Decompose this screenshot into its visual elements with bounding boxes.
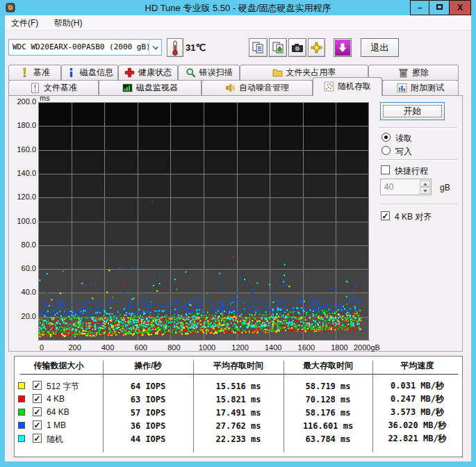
short-stroke-value: 40 bbox=[384, 182, 393, 192]
series-color-chip bbox=[18, 422, 25, 429]
series-checkbox[interactable] bbox=[33, 434, 42, 443]
y-tick-label: 120.0 bbox=[8, 192, 36, 201]
copy-text-button[interactable] bbox=[249, 38, 268, 57]
disk-monitor-icon bbox=[122, 83, 133, 93]
options-icon bbox=[311, 42, 322, 54]
tab-file-benchmark[interactable]: 文件基准 bbox=[8, 80, 99, 96]
error-scan-icon bbox=[186, 67, 196, 78]
drive-select[interactable]: WDC WD20EARX-00PASB0 (2000 gB) bbox=[8, 39, 162, 56]
tab-disk-monitor[interactable]: 磁盘监视器 bbox=[99, 80, 202, 96]
drive-select-value: WDC WD20EARX-00PASB0 (2000 gB) bbox=[13, 42, 151, 51]
y-tick-label: 40.0 bbox=[8, 288, 36, 296]
chevron-down-icon[interactable] bbox=[149, 40, 161, 55]
copy-image-icon bbox=[272, 42, 284, 54]
maximize-icon bbox=[436, 4, 443, 10]
series-checkbox[interactable] bbox=[33, 407, 42, 416]
series-label: 512 字节 bbox=[47, 381, 79, 393]
series-checkbox[interactable] bbox=[33, 381, 42, 390]
title-bar: HD Tune 专业版 5.50 - 硬盘/固态硬盘实用程序 bbox=[0, 0, 476, 15]
short-stroke-spinner[interactable]: 40 bbox=[380, 179, 432, 195]
file-benchmark-icon bbox=[30, 83, 40, 93]
y-tick-label: 140.0 bbox=[8, 169, 36, 177]
series-label: 随机 bbox=[47, 434, 63, 445]
y-tick-label: 20.0 bbox=[8, 312, 36, 320]
series-label: 64 KB bbox=[47, 407, 69, 417]
thermometer-icon bbox=[171, 40, 179, 56]
minimize-button[interactable]: – bbox=[410, 0, 429, 15]
short-stroke-unit: gB bbox=[440, 183, 450, 192]
maximize-button[interactable] bbox=[429, 0, 450, 15]
series-checkbox[interactable] bbox=[33, 394, 42, 403]
tab-disk-info[interactable]: 磁盘信息 bbox=[61, 65, 118, 81]
disk-info-icon bbox=[66, 67, 76, 78]
short-stroke-label[interactable]: 快捷行程 bbox=[395, 165, 428, 177]
arrow-down-icon bbox=[337, 42, 348, 54]
y-tick-label: 60.0 bbox=[8, 264, 36, 272]
minimize-icon: – bbox=[418, 3, 422, 13]
write-radio[interactable] bbox=[381, 146, 391, 155]
y-tick-label: 200.0 bbox=[8, 97, 36, 106]
y-tick-label: 180.0 bbox=[8, 121, 36, 129]
exit-button[interactable]: 退出 bbox=[361, 38, 399, 57]
table-row: 4 KB 63 IOPS 15.821 ms 70.128 ms 0.247 M… bbox=[15, 393, 462, 406]
series-label: 1 MB bbox=[47, 420, 66, 430]
temperature-value: 31℃ bbox=[186, 42, 206, 53]
app-window: HD Tune 专业版 5.50 - 硬盘/固态硬盘实用程序 – X 文件(F)… bbox=[0, 0, 476, 467]
col-header-avg: 平均存取时间 bbox=[193, 360, 284, 372]
aam-speaker-icon bbox=[225, 83, 236, 93]
read-label[interactable]: 读取 bbox=[395, 133, 412, 145]
tab-benchmark[interactable]: 基准 bbox=[8, 65, 61, 81]
col-header-iops: 操作/秒 bbox=[103, 360, 193, 372]
tab-aam[interactable]: 自动噪音管理 bbox=[202, 80, 313, 96]
series-color-chip bbox=[18, 395, 25, 402]
menu-help[interactable]: 帮助(H) bbox=[48, 15, 89, 31]
tab-health-status[interactable]: 健康状态 bbox=[118, 65, 178, 81]
tab-random-access[interactable]: 随机存取 bbox=[313, 77, 382, 96]
menu-file[interactable]: 文件(F) bbox=[5, 15, 44, 31]
erase-icon bbox=[398, 67, 409, 78]
random-access-icon bbox=[324, 81, 334, 92]
y-axis-unit: ms bbox=[40, 94, 50, 102]
align-4kb-checkbox[interactable] bbox=[381, 211, 390, 220]
extra-tests-icon bbox=[397, 83, 407, 93]
folder-usage-icon bbox=[272, 67, 283, 78]
tab-extra-tests[interactable]: 附加测试 bbox=[382, 80, 459, 96]
align-4kb-label[interactable]: 4 KB 对齐 bbox=[395, 211, 432, 223]
menu-bar: 文件(F) 帮助(H) bbox=[5, 15, 471, 31]
table-header-row: 传输数据大小 操作/秒 平均存取时间 最大存取时间 平均速度 bbox=[15, 360, 462, 372]
save-button[interactable] bbox=[334, 38, 352, 57]
window-title: HD Tune 专业版 5.50 - 硬盘/固态硬盘实用程序 bbox=[0, 2, 476, 15]
read-radio[interactable] bbox=[381, 133, 391, 142]
series-label: 4 KB bbox=[47, 394, 65, 404]
x-tick-label: 2000gB bbox=[354, 343, 395, 352]
table-row: 512 字节 64 IOPS 15.516 ms 58.719 ms 0.031… bbox=[15, 379, 462, 393]
close-icon: X bbox=[457, 3, 463, 13]
y-tick-label: 100.0 bbox=[8, 217, 36, 225]
series-checkbox[interactable] bbox=[33, 420, 42, 429]
table-row: 随机 44 IOPS 22.233 ms 63.784 ms 22.821 MB… bbox=[15, 432, 462, 445]
camera-icon bbox=[291, 42, 304, 54]
start-button[interactable]: 开始 bbox=[380, 102, 445, 120]
series-color-chip bbox=[18, 435, 25, 442]
spinner-down-icon[interactable] bbox=[420, 187, 430, 194]
temperature-button[interactable] bbox=[167, 38, 183, 57]
copy-text-icon bbox=[252, 42, 264, 54]
scatter-canvas bbox=[38, 102, 369, 341]
spinner-up-icon[interactable] bbox=[420, 180, 430, 187]
series-color-chip bbox=[18, 409, 25, 416]
copy-image-button[interactable] bbox=[269, 38, 287, 57]
y-tick-label: 160.0 bbox=[8, 145, 36, 154]
table-row: 64 KB 57 IOPS 17.491 ms 58.176 ms 3.573 … bbox=[15, 406, 462, 419]
benchmark-icon bbox=[19, 67, 30, 78]
short-stroke-checkbox[interactable] bbox=[381, 165, 390, 174]
results-table: 传输数据大小 操作/秒 平均存取时间 最大存取时间 平均速度 512 字节 64… bbox=[14, 356, 463, 457]
tab-error-scan[interactable]: 错误扫描 bbox=[178, 65, 240, 81]
series-color-chip bbox=[18, 382, 25, 389]
close-button[interactable]: X bbox=[449, 0, 471, 15]
col-header-size: 传输数据大小 bbox=[15, 360, 103, 372]
options-button[interactable] bbox=[308, 38, 325, 57]
write-label[interactable]: 写入 bbox=[395, 146, 412, 158]
screenshot-button[interactable] bbox=[288, 38, 306, 57]
health-status-icon bbox=[124, 67, 135, 78]
table-row: 1 MB 36 IOPS 27.762 ms 116.601 ms 36.020… bbox=[15, 419, 462, 432]
